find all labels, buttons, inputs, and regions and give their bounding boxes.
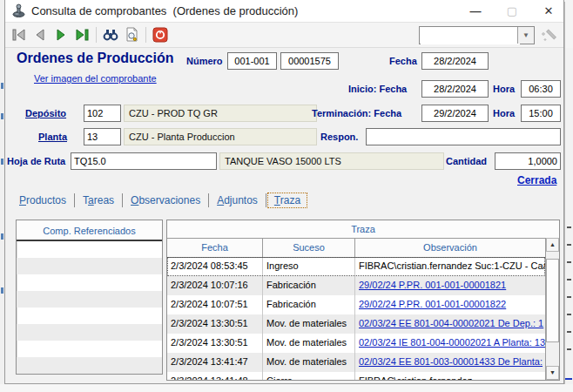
traza-suceso-cell: Fabricación [263,276,355,295]
close-button[interactable]: ✕ [541,4,556,17]
title-bar: Consulta de comprobantes (Ordenes de pro… [5,0,563,23]
referenced-row[interactable] [17,291,162,308]
first-record-icon[interactable] [10,26,29,44]
tab-tareas[interactable]: Tareas [76,193,121,208]
previous-record-icon[interactable] [30,26,50,44]
cantidad-field[interactable] [495,152,561,170]
traza-fecha-cell: 2/3/2024 08:53:45 [167,257,263,276]
inicio-fecha-field[interactable] [421,80,489,98]
last-record-icon[interactable] [72,26,91,44]
comp-referenciados-panel: Comp. Referenciados [16,220,163,375]
fecha-label: Fecha [389,56,417,66]
traza-observacion-link[interactable]: 02/03/24 EE 801-003-00001433 De Planta: [355,353,545,372]
traza-suceso-cell: Ingreso [263,257,355,276]
traza-row[interactable]: 2/3/2024 10:07:51Fabricación29/02/24 P.P… [167,295,545,314]
planta-code-field[interactable] [84,128,121,145]
terminacion-fecha-field[interactable] [421,105,489,122]
traza-fecha-cell: 2/3/2024 13:41:48 [167,372,263,380]
traza-row[interactable]: 2/3/2024 08:53:45IngresoFIBRAC\cristian.… [167,257,545,276]
column-header-observacion[interactable]: Observación [355,239,545,257]
fecha-field[interactable] [421,52,489,70]
app-icon [11,3,26,18]
hoja-de-ruta-desc-field: TANQUE VASO 15000 LTS [219,152,444,170]
planta-link-label[interactable]: Planta [38,132,67,142]
traza-observacion-link[interactable]: 29/02/24 P.PR. 001-001-00001822 [355,295,545,314]
traza-fecha-cell: 2/3/2024 13:41:47 [167,353,263,372]
column-header-fecha[interactable]: Fecha [167,239,263,257]
traza-observacion-link[interactable]: 29/02/24 P.PR. 001-001-00001821 [355,276,545,295]
toolbar: ▼ [5,23,563,48]
traza-fecha-cell: 2/3/2024 10:07:51 [167,295,263,314]
respon-label: Respon. [320,132,358,142]
magic-wand-icon [540,27,557,44]
referenced-row[interactable] [17,324,162,341]
scrollbar-thumb[interactable] [546,259,559,342]
maximize-button[interactable]: ▢ [504,4,520,17]
exit-icon[interactable] [151,26,170,44]
traza-row[interactable]: 2/3/2024 13:41:48CierreFIBRAC\cristian.f… [167,372,545,380]
traza-suceso-cell: Mov. de materiales [263,353,355,372]
tab-traza[interactable]: Traza [267,193,307,208]
respon-field[interactable] [366,128,561,145]
deposito-link-label[interactable]: Depósito [25,108,66,118]
tab-observaciones[interactable]: Observaciones [124,193,207,208]
toolbar-combobox[interactable]: ▼ [419,26,535,44]
scroll-up-icon[interactable]: ▲ [546,238,559,252]
column-header-suceso[interactable]: Suceso [263,239,355,257]
referenced-row[interactable] [17,274,162,291]
traza-table-title: Traza [167,220,559,239]
traza-scrollbar[interactable]: ▲ ▼ [545,238,559,380]
tab-separator [74,193,75,207]
traza-header-row: Fecha Suceso Observación [167,239,545,258]
traza-suceso-cell: Cierre [263,372,355,380]
deposito-code-field[interactable] [84,105,121,122]
consulta-comprobantes-window: Consulta de comprobantes (Ordenes de pro… [4,0,564,384]
numero-label: Número [186,56,223,66]
terminacion-hora-label: Hora [493,108,515,118]
traza-table: Traza Fecha Suceso Observación 2/3/2024 … [166,220,560,381]
traza-row[interactable]: 2/3/2024 13:41:47Mov. de materiales02/03… [167,353,545,372]
referenced-row[interactable] [17,258,162,274]
ver-imagen-link[interactable]: Ver imagen del comprobante [34,73,157,84]
traza-fecha-cell: 2/3/2024 10:07:16 [167,276,263,295]
combobox-dropdown-icon[interactable]: ▼ [517,27,534,44]
scroll-down-icon[interactable]: ▼ [546,366,559,380]
tab-productos[interactable]: Productos [12,193,73,208]
deposito-desc-field: CZU - PROD TQ GR [124,105,317,122]
toolbar-combobox-input[interactable] [421,28,520,44]
traza-observacion-link[interactable]: 02/03/24 IE 801-004-00002021 A Planta: 1… [355,334,545,353]
hoja-de-ruta-code-field[interactable] [71,152,217,170]
traza-observacion-cell: FIBRAC\cristian.fernandez [355,372,545,380]
tab-adjuntos[interactable]: Adjuntos [210,193,265,208]
traza-suceso-cell: Mov. de materiales [263,334,355,353]
tab-strip: ProductosTareasObservacionesAdjuntosTraz… [12,191,307,209]
terminacion-hora-field[interactable] [521,105,561,122]
tab-separator [266,193,266,207]
referenced-row[interactable] [17,308,162,324]
planta-desc-field: CZU - Planta Produccion [124,128,317,145]
referenced-row[interactable] [17,341,162,357]
screen: Consulta de comprobantes (Ordenes de pro… [0,0,573,392]
search-binoculars-icon[interactable] [101,26,120,44]
traza-suceso-cell: Mov. de materiales [263,314,355,334]
traza-suceso-cell: Fabricación [263,295,355,314]
traza-row[interactable]: 2/3/2024 13:30:51Mov. de materiales02/03… [167,314,545,334]
traza-observacion-link[interactable]: 02/03/24 EE 801-004-00002021 De Dep.: 1 [355,314,545,334]
comp-referenciados-header: Comp. Referenciados [17,220,162,241]
minimize-button[interactable]: — [468,4,483,17]
numero-field[interactable] [280,52,339,70]
referenced-row[interactable] [17,357,162,374]
print-preview-icon[interactable] [122,26,141,44]
numero-serie-field[interactable] [227,52,277,70]
traza-row[interactable]: 2/3/2024 10:07:16Fabricación29/02/24 P.P… [167,276,545,295]
referenced-row[interactable] [17,241,162,258]
traza-observacion-cell: FIBRAC\cristian.fernandez Suc:1-CZU - Ca… [355,257,545,276]
terminacion-fecha-label: Terminación: Fecha [312,108,401,118]
next-record-icon[interactable] [51,26,71,44]
inicio-hora-field[interactable] [521,80,561,98]
desktop-strip [0,384,573,392]
tab-separator [208,193,209,207]
hoja-de-ruta-label: Hoja de Ruta [7,156,65,166]
traza-row[interactable]: 2/3/2024 13:30:51Mov. de materiales02/03… [167,334,545,353]
cerrada-link[interactable]: Cerrada [517,174,556,186]
